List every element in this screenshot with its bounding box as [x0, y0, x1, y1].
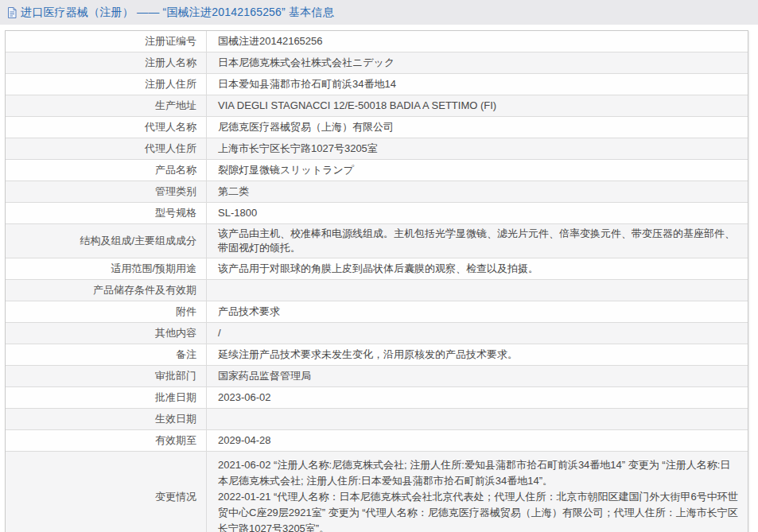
row-label: 代理人名称 [6, 117, 207, 138]
row-value: 产品技术要求 [207, 301, 748, 322]
row-label: 适用范围/预期用途 [6, 258, 207, 279]
row-value: 2029-04-28 [207, 430, 748, 451]
table-row: 型号规格 SL-1800 [6, 203, 748, 224]
page-header: 进口医疗器械（注册） —— “国械注进20142165256” 基本信息 [0, 0, 758, 25]
row-value: 该产品用于对眼球的角膜上皮到晶状体后囊膜的观察、检查以及拍摄。 [207, 258, 748, 279]
table-row: 批准日期 2023-06-02 [6, 387, 748, 409]
row-value: 裂隙灯显微镜スリットランプ [207, 160, 748, 181]
table-row: 代理人名称 尼德克医疗器械贸易（上海）有限公司 [6, 117, 748, 138]
row-label: 其他内容 [6, 323, 207, 344]
row-label: 注册人名称 [6, 52, 207, 73]
row-value: 延续注册产品技术要求未发生变化，沿用原核发的产品技术要求。 [207, 344, 748, 365]
row-label: 管理类别 [6, 181, 207, 202]
table-row: 审批部门 国家药品监督管理局 [6, 366, 748, 387]
table-row: 生效日期 [6, 409, 748, 430]
table-row: 有效期至 2029-04-28 [6, 430, 748, 452]
row-label: 生效日期 [6, 409, 207, 429]
table-row: 适用范围/预期用途 该产品用于对眼球的角膜上皮到晶状体后囊膜的观察、检查以及拍摄… [6, 258, 748, 280]
row-value: 第二类 [207, 181, 748, 202]
row-value: 日本爱知县蒲郡市拾石町前浜34番地14 [207, 74, 748, 95]
row-label: 产品储存条件及有效期 [6, 280, 207, 301]
row-label: 代理人住所 [6, 138, 207, 159]
table-row: 产品名称 裂隙灯显微镜スリットランプ [6, 160, 748, 181]
row-label: 批准日期 [6, 387, 207, 408]
row-value: / [207, 323, 748, 344]
table-row: 结构及组成/主要组成成分 该产品由主机、校准棒和电源线组成。主机包括光学显微镜、… [6, 224, 748, 258]
row-value: 上海市长宁区长宁路1027号3205室 [207, 138, 748, 159]
row-value: 2023-06-02 [207, 387, 748, 408]
table-row: 产品储存条件及有效期 [6, 280, 748, 301]
table-row: 注册证编号 国械注进20142165256 [6, 31, 748, 52]
row-label: 变更情况 [6, 452, 207, 532]
row-label: 备注 [6, 344, 207, 365]
row-label: 生产地址 [6, 95, 207, 116]
row-label: 附件 [6, 301, 207, 322]
table-row: 注册人名称 日本尼德克株式会社株式会社ニデック [6, 52, 748, 74]
info-table: 注册证编号 国械注进20142165256 注册人名称 日本尼德克株式会社株式会… [5, 30, 748, 532]
table-row: 代理人住所 上海市长宁区长宁路1027号3205室 [6, 138, 748, 160]
row-value: 国械注进20142165256 [207, 31, 748, 52]
row-value [207, 409, 748, 429]
table-row: 生产地址 VIA DEGLI STAGNACCI 12/E-50018 BADI… [6, 95, 748, 117]
row-label: 审批部门 [6, 366, 207, 386]
table-row: 管理类别 第二类 [6, 181, 748, 203]
row-value: SL-1800 [207, 203, 748, 223]
row-label: 型号规格 [6, 203, 207, 223]
row-value [207, 280, 748, 301]
document-icon [6, 6, 17, 19]
page-title: 进口医疗器械（注册） —— “国械注进20142165256” 基本信息 [21, 6, 334, 20]
row-label: 有效期至 [6, 430, 207, 451]
row-label: 注册证编号 [6, 31, 207, 52]
table-row: 其他内容 / [6, 323, 748, 344]
row-value: 2021-06-02 “注册人名称:尼德克株式会社; 注册人住所:爱知县蒲郡市拾… [207, 452, 748, 532]
row-value: 日本尼德克株式会社株式会社ニデック [207, 52, 748, 73]
row-value: VIA DEGLI STAGNACCI 12/E-50018 BADIA A S… [207, 95, 748, 116]
row-value: 国家药品监督管理局 [207, 366, 748, 386]
row-value: 该产品由主机、校准棒和电源线组成。主机包括光学显微镜、滤光片元件、倍率变换元件、… [207, 224, 748, 258]
table-row-changes: 变更情况 2021-06-02 “注册人名称:尼德克株式会社; 注册人住所:爱知… [6, 452, 748, 532]
table-row: 备注 延续注册产品技术要求未发生变化，沿用原核发的产品技术要求。 [6, 344, 748, 366]
row-label: 结构及组成/主要组成成分 [6, 224, 207, 258]
row-value: 尼德克医疗器械贸易（上海）有限公司 [207, 117, 748, 138]
table-row: 附件 产品技术要求 [6, 301, 748, 323]
row-label: 产品名称 [6, 160, 207, 181]
table-row: 注册人住所 日本爱知县蒲郡市拾石町前浜34番地14 [6, 74, 748, 95]
row-label: 注册人住所 [6, 74, 207, 95]
